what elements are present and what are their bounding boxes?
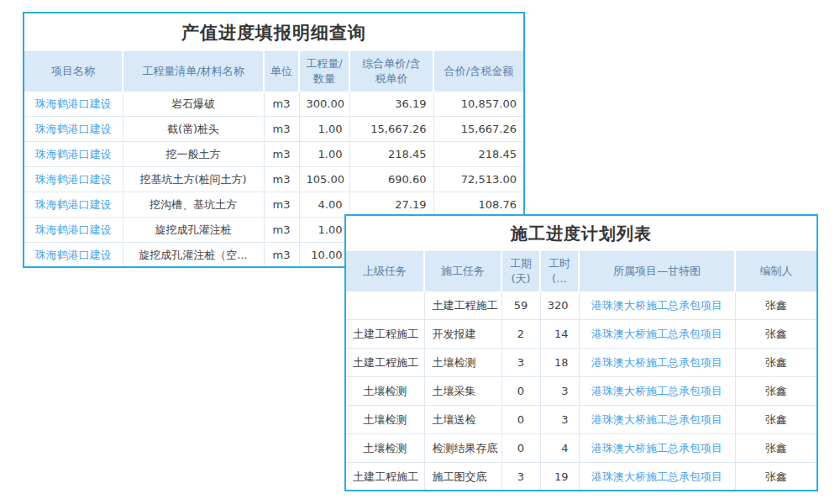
amount-cell: 218.45	[433, 142, 523, 167]
col-header-unit: 单位	[264, 52, 299, 92]
unit-cell: m3	[264, 117, 299, 142]
project-link[interactable]: 珠海鹤港口建设	[24, 142, 123, 167]
item-name: 挖基坑土方(桩间土方)	[123, 167, 264, 192]
unit-cell: m3	[264, 142, 299, 167]
construction-schedule-title: 施工进度计划列表	[346, 216, 816, 251]
col-header-quantity: 工程量/ 数量	[299, 52, 349, 92]
project-gantt-link[interactable]: 港珠澳大桥施工总承包项目	[579, 320, 735, 349]
item-name: 旋挖成孔灌注桩（空...	[123, 243, 264, 268]
hours-cell: 3	[540, 406, 579, 434]
project-gantt-link[interactable]: 港珠澳大桥施工总承包项目	[579, 406, 735, 434]
unit-cell: m3	[264, 192, 299, 218]
project-link[interactable]: 珠海鹤港口建设	[24, 167, 123, 192]
quantity-cell: 1.00	[299, 218, 349, 243]
author-cell: 张鑫	[735, 406, 816, 434]
duration-cell: 3	[501, 463, 540, 491]
col-header-author: 编制人	[735, 252, 816, 291]
quantity-cell: 300.00	[299, 92, 349, 117]
amount-cell: 108.76	[433, 192, 523, 218]
construction-schedule-panel: 施工进度计划列表 上级任务 施工任务 工期 (天) 工时 (… 所属项目—甘特图…	[344, 214, 818, 491]
project-link[interactable]: 珠海鹤港口建设	[24, 192, 123, 218]
unit-price-cell: 218.45	[349, 142, 433, 167]
col-header-amount: 合价/含税金额	[433, 52, 523, 92]
parent-task-cell: 土壤检测	[346, 377, 424, 406]
table-row: 珠海鹤港口建设 挖沟槽、基坑土方 m3 4.00 27.19 108.76	[24, 192, 523, 218]
col-header-boq-material-name: 工程量清单/材料名称	[123, 52, 264, 92]
duration-cell: 0	[501, 406, 540, 434]
col-header-duration-days: 工期 (天)	[501, 252, 540, 291]
quantity-cell: 1.00	[299, 142, 349, 167]
duration-cell: 3	[501, 349, 540, 377]
hours-cell: 4	[540, 434, 579, 463]
table-header-row: 项目名称 工程量清单/材料名称 单位 工程量/ 数量 综合单价/含 税单价 合价…	[24, 52, 523, 92]
duration-cell: 0	[501, 434, 540, 463]
duration-cell: 0	[501, 377, 540, 406]
task-cell: 土建工程施工	[424, 291, 501, 320]
project-link[interactable]: 珠海鹤港口建设	[24, 243, 123, 268]
unit-price-cell: 27.19	[349, 192, 433, 218]
project-link[interactable]: 珠海鹤港口建设	[24, 117, 123, 142]
table-row: 土壤检测 检测结果存底 0 4 港珠澳大桥施工总承包项目 张鑫	[346, 434, 816, 463]
col-header-project-name: 项目名称	[24, 52, 123, 92]
parent-task-cell: 土建工程施工	[346, 349, 424, 377]
parent-task-cell: 土建工程施工	[346, 463, 424, 491]
project-gantt-link[interactable]: 港珠澳大桥施工总承包项目	[579, 463, 735, 491]
amount-cell: 72,513.00	[433, 167, 523, 192]
author-cell: 张鑫	[735, 349, 816, 377]
quantity-cell: 4.00	[299, 192, 349, 218]
table-row: 土壤检测 土壤送检 0 3 港珠澳大桥施工总承包项目 张鑫	[346, 406, 816, 434]
table-row: 珠海鹤港口建设 截(凿)桩头 m3 1.00 15,667.26 15,667.…	[24, 117, 523, 142]
parent-task-cell: 土壤检测	[346, 434, 424, 463]
table-row: 土建工程施工 施工图交底 3 19 港珠澳大桥施工总承包项目 张鑫	[346, 463, 816, 491]
col-header-work-hours: 工时 (…	[540, 252, 579, 291]
parent-task-cell	[346, 291, 424, 320]
project-link[interactable]: 珠海鹤港口建设	[24, 218, 123, 243]
unit-price-cell: 15,667.26	[349, 117, 433, 142]
task-cell: 施工图交底	[424, 463, 501, 491]
author-cell: 张鑫	[735, 291, 816, 320]
quantity-cell: 10.00	[299, 243, 349, 268]
unit-price-cell: 36.19	[349, 92, 433, 117]
hours-cell: 19	[540, 463, 579, 491]
output-value-detail-title: 产值进度填报明细查询	[24, 13, 523, 51]
project-gantt-link[interactable]: 港珠澳大桥施工总承包项目	[579, 291, 735, 320]
task-cell: 土壤检测	[424, 349, 501, 377]
table-row: 土壤检测 土壤采集 0 3 港珠澳大桥施工总承包项目 张鑫	[346, 377, 816, 406]
col-header-unit-price: 综合单价/含 税单价	[349, 52, 433, 92]
author-cell: 张鑫	[735, 320, 816, 349]
table-row: 珠海鹤港口建设 挖一般土方 m3 1.00 218.45 218.45	[24, 142, 523, 167]
parent-task-cell: 土建工程施工	[346, 320, 424, 349]
project-gantt-link[interactable]: 港珠澳大桥施工总承包项目	[579, 349, 735, 377]
project-gantt-link[interactable]: 港珠澳大桥施工总承包项目	[579, 434, 735, 463]
duration-cell: 2	[501, 320, 540, 349]
col-header-parent-task: 上级任务	[346, 252, 424, 291]
unit-cell: m3	[264, 243, 299, 268]
table-row: 土建工程施工 土壤检测 3 18 港珠澳大桥施工总承包项目 张鑫	[346, 349, 816, 377]
amount-cell: 15,667.26	[433, 117, 523, 142]
task-cell: 土壤送检	[424, 406, 501, 434]
project-link[interactable]: 珠海鹤港口建设	[24, 92, 123, 117]
amount-cell: 10,857.00	[433, 92, 523, 117]
quantity-cell: 1.00	[299, 117, 349, 142]
parent-task-cell: 土壤检测	[346, 406, 424, 434]
col-header-project-gantt: 所属项目—甘特图	[579, 252, 735, 291]
unit-cell: m3	[264, 218, 299, 243]
unit-price-cell: 690.60	[349, 167, 433, 192]
hours-cell: 18	[540, 349, 579, 377]
project-gantt-link[interactable]: 港珠澳大桥施工总承包项目	[579, 377, 735, 406]
task-cell: 开发报建	[424, 320, 501, 349]
hours-cell: 3	[540, 377, 579, 406]
hours-cell: 320	[540, 291, 579, 320]
quantity-cell: 105.00	[299, 167, 349, 192]
duration-cell: 59	[501, 291, 540, 320]
task-cell: 检测结果存底	[424, 434, 501, 463]
unit-cell: m3	[264, 167, 299, 192]
col-header-construction-task: 施工任务	[424, 252, 501, 291]
table-row: 土建工程施工 开发报建 2 14 港珠澳大桥施工总承包项目 张鑫	[346, 320, 816, 349]
table-row: 珠海鹤港口建设 挖基坑土方(桩间土方) m3 105.00 690.60 72,…	[24, 167, 523, 192]
hours-cell: 14	[540, 320, 579, 349]
construction-schedule-table: 上级任务 施工任务 工期 (天) 工时 (… 所属项目—甘特图 编制人 土建工程…	[346, 251, 816, 491]
author-cell: 张鑫	[735, 463, 816, 491]
item-name: 岩石爆破	[123, 92, 264, 117]
author-cell: 张鑫	[735, 377, 816, 406]
